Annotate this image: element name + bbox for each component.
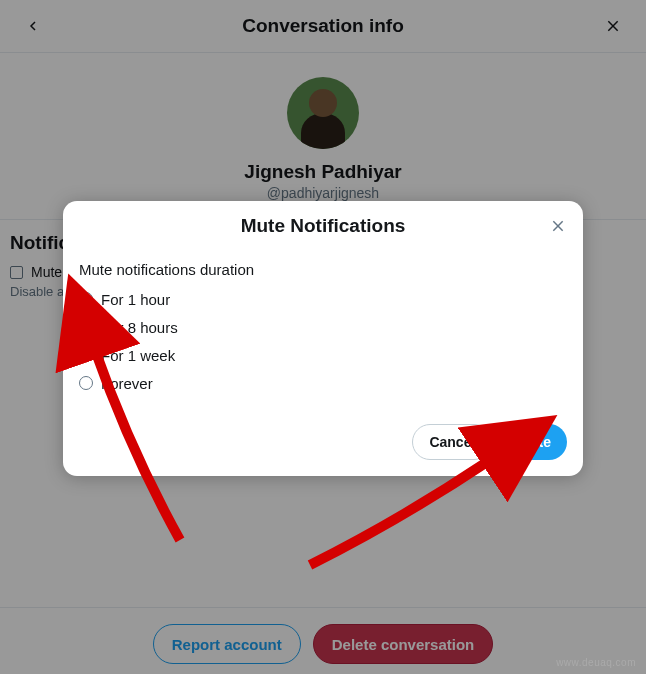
- modal-footer: Cancel Mute: [63, 400, 583, 476]
- radio-icon[interactable]: [79, 292, 93, 306]
- radio-label: For 8 hours: [101, 319, 178, 336]
- modal-header: Mute Notifications: [63, 201, 583, 251]
- radio-option-8-hours[interactable]: For 8 hours: [79, 316, 567, 338]
- radio-list: For 1 hour For 8 hours For 1 week Foreve…: [79, 288, 567, 394]
- mute-notifications-modal: Mute Notifications Mute notifications du…: [63, 201, 583, 476]
- radio-label: Forever: [101, 375, 153, 392]
- radio-label: For 1 week: [101, 347, 175, 364]
- radio-option-forever[interactable]: Forever: [79, 372, 567, 394]
- radio-option-1-hour[interactable]: For 1 hour: [79, 288, 567, 310]
- radio-option-1-week[interactable]: For 1 week: [79, 344, 567, 366]
- modal-subtitle: Mute notifications duration: [79, 261, 567, 278]
- radio-icon[interactable]: [79, 320, 93, 334]
- radio-label: For 1 hour: [101, 291, 170, 308]
- radio-icon[interactable]: [79, 348, 93, 362]
- modal-title: Mute Notifications: [241, 215, 406, 237]
- close-icon[interactable]: [543, 211, 573, 241]
- cancel-button[interactable]: Cancel: [412, 424, 492, 460]
- mute-button[interactable]: Mute: [502, 424, 567, 460]
- radio-icon[interactable]: [79, 376, 93, 390]
- modal-body: Mute notifications duration For 1 hour F…: [63, 251, 583, 400]
- watermark: www.deuaq.com: [556, 657, 636, 668]
